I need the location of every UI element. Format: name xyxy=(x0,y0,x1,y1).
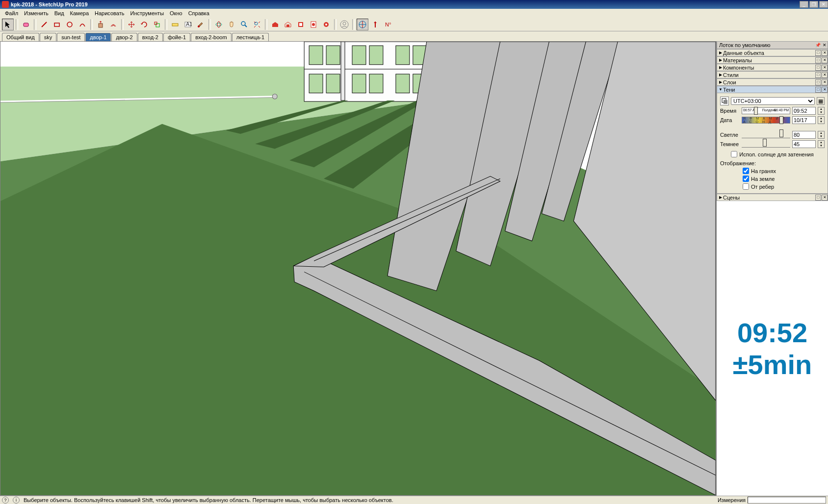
svg-text:A1: A1 xyxy=(186,21,192,27)
status-bar: ? i Выберите объекты. Воспользуйтесь кла… xyxy=(0,496,828,504)
paint-tool[interactable] xyxy=(195,19,207,30)
scene-tab[interactable]: Общий вид xyxy=(2,33,39,41)
menu-draw[interactable]: Нарисовать xyxy=(92,9,127,17)
scene-tabs-bar: Общий вид sky sun-test двор-1 двор-2 вхо… xyxy=(0,31,828,41)
eraser-tool[interactable] xyxy=(20,19,32,30)
menu-view[interactable]: Вид xyxy=(52,9,67,17)
dark-label: Темнее xyxy=(720,141,740,147)
measure-label: Измерения xyxy=(718,497,746,503)
timezone-select[interactable]: UTC+03:00 xyxy=(731,97,815,105)
circle-tool[interactable] xyxy=(64,19,76,30)
panel-styles[interactable]: ▶Стили□✕ xyxy=(717,71,828,78)
menu-file[interactable]: Файл xyxy=(2,9,21,17)
menu-tools[interactable]: Инструменты xyxy=(127,9,167,17)
panel-shadows[interactable]: ▼Тени□✕ xyxy=(717,86,828,93)
tray-close-icon[interactable]: ✕ xyxy=(822,42,828,48)
rectangle-tool[interactable] xyxy=(51,19,63,30)
panel-scenes[interactable]: ▶Сцены□✕ xyxy=(717,194,828,201)
dark-input[interactable] xyxy=(792,140,816,148)
close-button[interactable]: ✕ xyxy=(819,1,828,8)
tray-pin-icon[interactable]: 📌 xyxy=(815,42,821,48)
on-faces-checkbox[interactable] xyxy=(743,168,749,174)
3d-viewport[interactable] xyxy=(0,41,716,496)
minimize-button[interactable]: _ xyxy=(800,1,808,8)
title-bar: kpk-2018 - SketchUp Pro 2019 _ ❐ ✕ xyxy=(0,0,828,9)
date-label: Дата xyxy=(720,117,740,123)
use-sun-label: Испол. солнце для затенения xyxy=(739,151,813,157)
measurements-input[interactable] xyxy=(748,497,826,504)
extension-manager-tool[interactable] xyxy=(320,19,332,30)
svg-rect-4 xyxy=(99,24,103,27)
time-slider[interactable]: 06:57 AM Полдень 06:40 PM xyxy=(742,107,790,114)
warehouse-tool[interactable] xyxy=(269,19,281,30)
scene-tab[interactable]: лестница-1 xyxy=(232,33,269,41)
zoom-tool[interactable] xyxy=(238,19,250,30)
tape-tool[interactable] xyxy=(169,19,181,30)
scene-tab[interactable]: вход-2-boom xyxy=(191,33,231,41)
menu-bar: Файл Изменить Вид Камера Нарисовать Инст… xyxy=(0,9,828,18)
help-icon[interactable]: ? xyxy=(2,497,9,504)
user-icon[interactable] xyxy=(338,19,350,30)
use-sun-checkbox xyxy=(731,151,737,157)
warehouse-open-tool[interactable] xyxy=(282,19,294,30)
on-ground-checkbox[interactable] xyxy=(743,176,749,182)
svg-rect-2 xyxy=(54,23,59,26)
panel-components[interactable]: ▶Компоненты□✕ xyxy=(717,64,828,71)
date-input[interactable] xyxy=(792,116,816,124)
svg-point-20 xyxy=(312,23,315,26)
north-text-tool[interactable]: N° xyxy=(382,19,394,30)
scene-tab[interactable]: sun-test xyxy=(57,33,85,41)
tray-title-text: Лоток по умолчанию xyxy=(719,42,770,48)
arc-tool[interactable] xyxy=(77,19,88,30)
shadows-settings: UTC+03:00 ▦ Время 06:57 AM Полдень 06:40… xyxy=(717,93,828,194)
pan-tool[interactable] xyxy=(226,19,237,30)
extension-warehouse-tool[interactable] xyxy=(295,19,307,30)
tray-title: Лоток по умолчанию 📌 ✕ xyxy=(717,41,828,49)
menu-edit[interactable]: Изменить xyxy=(21,9,52,17)
info-icon[interactable]: i xyxy=(13,497,20,504)
light-spinner[interactable]: ▲▼ xyxy=(818,131,825,139)
text-tool[interactable]: A1 xyxy=(182,19,194,30)
svg-text:N°: N° xyxy=(385,22,391,27)
menu-window[interactable]: Окно xyxy=(167,9,185,17)
maximize-button[interactable]: ❐ xyxy=(809,1,818,8)
panel-entity-info[interactable]: ▶Данные объекта□✕ xyxy=(717,49,828,56)
light-slider[interactable] xyxy=(742,131,790,138)
time-spinner[interactable]: ▲▼ xyxy=(818,107,825,115)
time-input[interactable] xyxy=(792,107,816,115)
menu-help[interactable]: Справка xyxy=(185,9,212,17)
scene-tab[interactable]: вход-2 xyxy=(138,33,163,41)
shadow-toggle-icon[interactable] xyxy=(720,97,729,105)
north-angle-tool[interactable] xyxy=(369,19,381,30)
solar-north-tool[interactable] xyxy=(357,19,368,30)
date-spinner[interactable]: ▲▼ xyxy=(818,116,825,124)
scene-tab[interactable]: фойе-1 xyxy=(163,33,190,41)
from-edges-checkbox[interactable] xyxy=(743,183,749,190)
select-tool[interactable] xyxy=(2,19,14,30)
zoom-extents-tool[interactable] xyxy=(251,19,263,30)
panel-layers[interactable]: ▶Слои□✕ xyxy=(717,78,828,86)
orbit-tool[interactable] xyxy=(213,19,225,30)
move-tool[interactable] xyxy=(126,19,137,30)
scene-tab[interactable]: двор-2 xyxy=(111,33,137,41)
dark-slider[interactable] xyxy=(742,141,790,148)
offset-tool[interactable] xyxy=(107,19,119,30)
layout-tool[interactable] xyxy=(308,19,319,30)
svg-rect-45 xyxy=(309,74,323,93)
svg-rect-42 xyxy=(369,46,383,65)
scene-tab[interactable]: двор-1 xyxy=(85,33,111,41)
pushpull-tool[interactable] xyxy=(95,19,106,30)
shadow-detail-icon[interactable]: ▦ xyxy=(817,97,825,105)
menu-camera[interactable]: Камера xyxy=(67,9,92,17)
svg-rect-7 xyxy=(172,24,178,26)
scene-tab[interactable]: sky xyxy=(40,33,57,41)
svg-rect-40 xyxy=(326,46,340,65)
scale-tool[interactable] xyxy=(151,19,163,30)
svg-rect-66 xyxy=(724,100,727,104)
rotate-tool[interactable] xyxy=(138,19,150,30)
line-tool[interactable] xyxy=(38,19,50,30)
dark-spinner[interactable]: ▲▼ xyxy=(818,140,825,148)
date-slider[interactable]: Я Ф М А М И И А С О Н Д xyxy=(742,117,790,124)
panel-materials[interactable]: ▶Материалы□✕ xyxy=(717,56,828,64)
light-input[interactable] xyxy=(792,131,816,139)
